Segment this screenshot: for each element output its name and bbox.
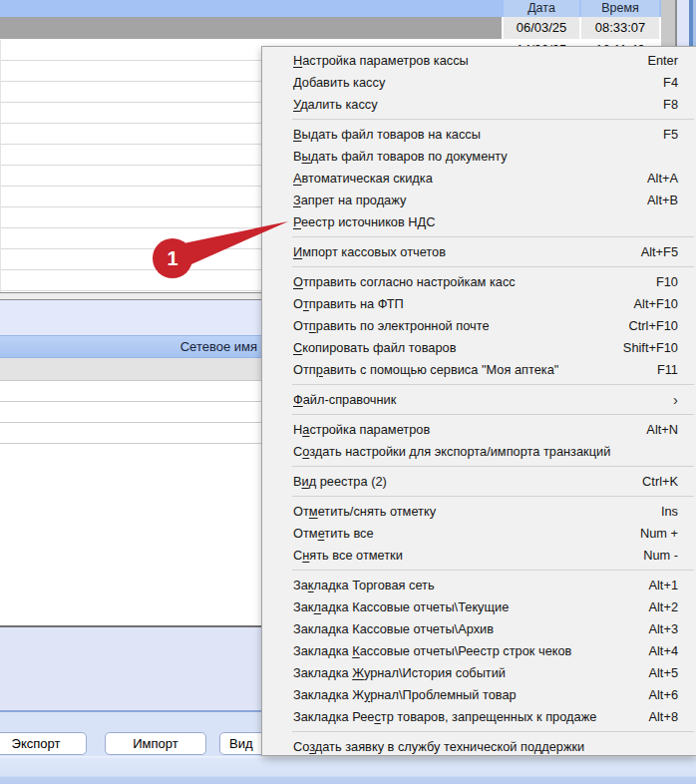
menu-item-shortcut: F10 — [638, 274, 678, 289]
menu-item[interactable]: Закладка Журнал\История событийAlt+5 — [262, 661, 696, 683]
menu-item[interactable]: Настройка параметровAlt+N — [262, 418, 696, 440]
menu-item-label: Закладка Журнал\Проблемный товар — [293, 687, 517, 702]
menu-item-label: Удалить кассу — [293, 97, 378, 112]
menu-item-label: Реестр источников НДС — [293, 214, 436, 229]
menu-item[interactable]: Скопировать файл товаровShift+F10 — [262, 336, 696, 358]
menu-item-label: Закладка Журнал\История событий — [293, 665, 506, 680]
menu-item[interactable]: Закладка Кассовые отчеты\ТекущиеAlt+2 — [262, 595, 696, 617]
menu-item-label: Закладка Кассовые отчеты\Текущие — [293, 599, 509, 614]
menu-item[interactable]: Импорт кассовых отчетовAlt+F5 — [262, 240, 696, 262]
menu-item-label: Автоматическая скидка — [293, 171, 433, 186]
menu-item[interactable]: Закладка Торговая сетьAlt+1 — [262, 574, 696, 595]
menu-item[interactable]: Создать заявку в службу технической подд… — [262, 735, 696, 756]
menu-separator — [262, 492, 696, 500]
submenu-arrow-icon: › — [655, 392, 678, 407]
menu-item-label: Снять все отметки — [293, 548, 403, 563]
menu-separator — [262, 232, 696, 240]
menu-item-shortcut: Enter — [629, 53, 678, 68]
menu-item-shortcut: Alt+6 — [630, 687, 678, 702]
app-window: Дата Время 06/03/25 08:33:07 14/03/25 16… — [0, 0, 696, 784]
scrollbar-track[interactable] — [677, 0, 689, 46]
menu-item[interactable]: Отправить с помощью сервиса "Моя аптека"… — [262, 358, 696, 380]
menu-item[interactable]: Удалить кассуF8 — [262, 93, 696, 115]
menu-item-shortcut: Alt+3 — [630, 621, 678, 636]
selected-row-fill — [0, 17, 502, 39]
menu-item[interactable]: Закладка Реестр товаров, запрещенных к п… — [262, 705, 696, 727]
context-menu: Настройка параметров кассыEnterДобавить … — [261, 46, 696, 756]
menu-item-label: Файл-справочник — [293, 392, 396, 407]
menu-item[interactable]: Снять все отметкиNum - — [262, 544, 696, 566]
menu-item-label: Отправить на ФТП — [293, 296, 404, 311]
menu-item-label: Закладка Кассовые отчеты\Реестр строк че… — [293, 643, 571, 658]
menu-item-shortcut: F8 — [645, 97, 678, 112]
menu-item-shortcut: F5 — [645, 127, 678, 142]
menu-item-shortcut: Num - — [625, 548, 678, 563]
column-header-date[interactable]: Дата — [504, 0, 579, 17]
menu-item-label: Настройка параметров кассы — [293, 53, 469, 68]
menu-item-shortcut: Alt+1 — [630, 578, 678, 592]
menu-item-shortcut: Alt+A — [629, 171, 678, 186]
import-button[interactable]: Импорт — [105, 732, 206, 755]
table-row[interactable]: 06/03/25 08:33:07 — [0, 17, 696, 39]
cell-date: 06/03/25 — [504, 17, 579, 39]
menu-item-shortcut: Shift+F10 — [605, 340, 678, 355]
menu-separator — [262, 566, 696, 574]
menu-item-shortcut: Alt+F5 — [623, 244, 678, 259]
menu-item[interactable]: Отметить/снять отметкуIns — [262, 500, 696, 522]
menu-item[interactable]: Закладка Кассовые отчеты\Реестр строк че… — [262, 639, 696, 661]
menu-item[interactable]: Реестр источников НДС — [262, 210, 696, 232]
cell-time: 08:33:07 — [581, 17, 659, 39]
menu-item-label: Отправить с помощью сервиса "Моя аптека" — [293, 362, 558, 377]
menu-item[interactable]: Закладка Кассовые отчеты\АрхивAlt+3 — [262, 617, 696, 639]
menu-item-label: Запрет на продажу — [293, 193, 406, 207]
menu-item[interactable]: Автоматическая скидкаAlt+A — [262, 167, 696, 189]
menu-item-label: Отправить согласно настройкам касс — [293, 274, 516, 289]
menu-item[interactable]: Выдать файл товаров на кассыF5 — [262, 123, 696, 145]
menu-item-shortcut: Num + — [622, 526, 678, 541]
menu-item-label: Вид реестра (2) — [293, 474, 387, 489]
menu-item[interactable]: Запрет на продажуAlt+B — [262, 189, 696, 210]
menu-separator — [262, 727, 696, 735]
menu-item-shortcut: Alt+B — [629, 193, 678, 207]
menu-item-label: Выдать файл товаров по документу — [293, 149, 508, 164]
menu-item-label: Создать заявку в службу технической подд… — [293, 739, 584, 754]
table-edge-column — [661, 0, 675, 46]
menu-item-label: Отметить все — [293, 526, 374, 541]
menu-item[interactable]: Добавить кассуF4 — [262, 71, 696, 93]
menu-item[interactable]: Создать настройки для экспорта/импорта т… — [262, 440, 696, 462]
menu-separator — [262, 462, 696, 470]
menu-item[interactable]: Отправить по электронной почтеCtrl+F10 — [262, 314, 696, 336]
menu-item-label: Закладка Торговая сеть — [293, 578, 435, 592]
menu-item[interactable]: Отметить всеNum + — [262, 522, 696, 544]
menu-separator — [262, 115, 696, 123]
menu-separator — [262, 380, 696, 388]
menu-item-label: Отправить по электронной почте — [293, 318, 490, 333]
menu-item-shortcut: F11 — [639, 362, 678, 377]
menu-item-label: Скопировать файл товаров — [293, 340, 456, 355]
menu-item-label: Настройка параметров — [293, 422, 430, 437]
menu-item[interactable]: Закладка Журнал\Проблемный товарAlt+6 — [262, 683, 696, 705]
table-empty-rows — [0, 40, 262, 292]
menu-item-shortcut: Ins — [643, 504, 678, 519]
menu-item-shortcut: Alt+5 — [630, 665, 678, 680]
menu-item-label: Закладка Реестр товаров, запрещенных к п… — [293, 709, 596, 724]
menu-item[interactable]: Выдать файл товаров по документу — [262, 145, 696, 167]
menu-item-label: Добавить кассу — [293, 75, 385, 90]
menu-item[interactable]: Файл-справочник› — [262, 388, 696, 410]
menu-item-label: Импорт кассовых отчетов — [293, 244, 446, 259]
column-header-network-name[interactable]: Сетевое имя — [0, 336, 257, 357]
export-button[interactable]: Экспорт — [0, 732, 87, 755]
column-header-time[interactable]: Время — [581, 0, 659, 17]
menu-separator — [262, 262, 696, 270]
menu-item-shortcut: Alt+2 — [630, 599, 678, 614]
status-bar — [0, 756, 696, 784]
menu-item-label: Отметить/снять отметку — [293, 504, 436, 519]
menu-item[interactable]: Отправить согласно настройкам кассF10 — [262, 270, 696, 292]
menu-item-shortcut: Alt+4 — [630, 643, 678, 658]
menu-item[interactable]: Вид реестра (2)Ctrl+K — [262, 470, 696, 492]
menu-item-label: Закладка Кассовые отчеты\Архив — [293, 621, 494, 636]
menu-item[interactable]: Настройка параметров кассыEnter — [262, 49, 696, 71]
menu-item-shortcut: Alt+N — [628, 422, 678, 437]
menu-item-label: Создать настройки для экспорта/импорта т… — [293, 444, 610, 459]
menu-item[interactable]: Отправить на ФТПAlt+F10 — [262, 292, 696, 314]
